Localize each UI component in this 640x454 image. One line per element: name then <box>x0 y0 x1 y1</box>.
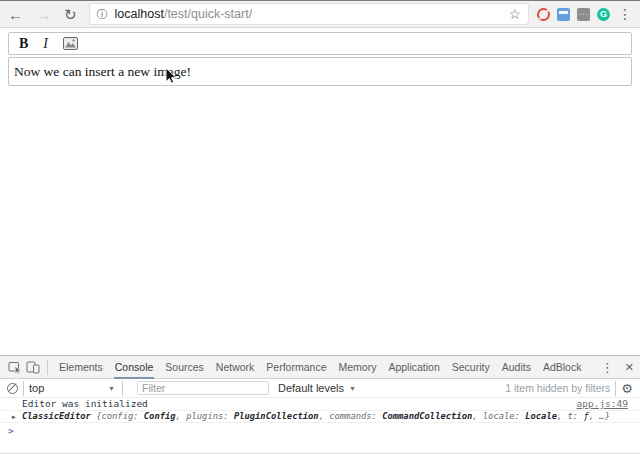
device-toolbar-icon[interactable] <box>24 358 42 376</box>
console-preview-token: ClassicEditor <box>22 411 96 421</box>
extensions-area: ··· G <box>537 8 610 21</box>
tabbar-separator <box>47 360 48 375</box>
browser-menu-icon[interactable]: ⋮ <box>618 6 632 22</box>
devtools-close-icon[interactable]: ✕ <box>625 361 634 374</box>
console-filter-input[interactable] <box>137 381 269 395</box>
browser-window: ← → ↻ ⓘ localhost/test/quick-start/ ☆ ··… <box>0 0 640 454</box>
forward-icon[interactable]: → <box>36 7 51 22</box>
devtools-window-controls: ⋮ ✕ <box>601 360 634 375</box>
editor-content[interactable]: Now we can insert a new image! <box>8 57 632 86</box>
console-preview-token: , <box>176 411 187 421</box>
devtools-panel: Elements Console Sources Network Perform… <box>0 355 640 454</box>
tab-application[interactable]: Application <box>382 356 445 379</box>
back-icon[interactable]: ← <box>8 7 23 22</box>
tab-console[interactable]: Console <box>109 356 160 379</box>
console-toolbar-separator <box>122 381 123 396</box>
grammarly-icon[interactable]: G <box>597 8 610 21</box>
tab-memory[interactable]: Memory <box>332 356 382 379</box>
devtools-tabbar: Elements Console Sources Network Perform… <box>0 356 640 379</box>
console-preview-token: t: <box>568 411 584 421</box>
page-info-icon[interactable]: ⓘ <box>97 7 108 22</box>
expand-triangle-icon[interactable]: ▶ <box>12 413 16 421</box>
console-preview-token: , <box>557 411 568 421</box>
tab-security[interactable]: Security <box>446 356 496 379</box>
console-preview-token: plugins: <box>186 411 234 421</box>
chevron-down-icon: ▼ <box>108 385 115 392</box>
italic-button[interactable]: I <box>40 35 51 53</box>
console-preview-token: Locale <box>525 411 557 421</box>
image-icon <box>63 37 78 50</box>
chevron-down-icon: ▼ <box>349 385 356 392</box>
object-preview: ClassicEditor {config: Config, plugins: … <box>22 411 610 421</box>
console-toolbar: top ▼ Default levels ▼ 1 item hidden by … <box>0 379 640 398</box>
hidden-items-note: 1 item hidden by filters <box>505 382 610 394</box>
extension-blue-icon[interactable] <box>557 8 570 21</box>
console-prompt[interactable]: > <box>0 423 640 437</box>
console-toolbar-separator <box>23 381 24 396</box>
console-preview-token: PluginCollection <box>234 411 319 421</box>
levels-label: Default levels <box>278 382 344 394</box>
prompt-chevron-icon: > <box>8 425 14 436</box>
console-preview-token: Config <box>144 411 176 421</box>
address-bar[interactable]: ⓘ localhost/test/quick-start/ ☆ <box>90 4 528 24</box>
execution-context-selector[interactable]: top ▼ <box>29 382 117 394</box>
url-host: localhost <box>115 7 164 21</box>
console-preview-token: CommandCollection <box>382 411 472 421</box>
insert-image-button[interactable] <box>60 35 81 53</box>
clear-console-icon[interactable] <box>7 383 18 394</box>
context-label: top <box>29 382 44 394</box>
browser-toolbar: ← → ↻ ⓘ localhost/test/quick-start/ ☆ ··… <box>0 1 640 28</box>
console-preview-token: , …} <box>589 411 610 421</box>
inspect-element-icon[interactable] <box>6 358 24 376</box>
console-preview-token: , <box>319 411 330 421</box>
url-text: localhost/test/quick-start/ <box>115 7 253 21</box>
tab-audits[interactable]: Audits <box>496 356 537 379</box>
mouse-cursor-icon <box>165 67 177 84</box>
console-message-text: Editor was initialized <box>22 398 148 409</box>
log-levels-selector[interactable]: Default levels ▼ <box>278 382 356 394</box>
tab-performance[interactable]: Performance <box>260 356 332 379</box>
extension-gray-icon[interactable]: ··· <box>577 8 590 21</box>
console-preview-token: config: <box>101 411 143 421</box>
editor-toolbar: B I <box>8 32 632 55</box>
tab-elements[interactable]: Elements <box>53 356 109 379</box>
console-message-row: Editor was initialized app.js:49 <box>0 398 640 411</box>
extension-red-icon[interactable] <box>537 8 550 21</box>
console-toolbar-separator <box>615 381 616 396</box>
console-object-row: ▶ ClassicEditor {config: Config, plugins… <box>0 411 640 423</box>
console-preview-token: locale: <box>483 411 525 421</box>
tab-network[interactable]: Network <box>210 356 261 379</box>
console-messages: Editor was initialized app.js:49 ▶ Class… <box>0 398 640 437</box>
tab-adblock[interactable]: AdBlock <box>537 356 588 379</box>
devtools-more-icon[interactable]: ⋮ <box>601 360 614 375</box>
source-location-link[interactable]: app.js:49 <box>577 398 628 409</box>
window-top-edge <box>0 0 640 1</box>
tab-sources[interactable]: Sources <box>159 356 210 379</box>
console-preview-token: commands: <box>329 411 382 421</box>
bookmark-star-icon[interactable]: ☆ <box>508 7 521 21</box>
url-path: /test/quick-start/ <box>164 7 252 21</box>
reload-icon[interactable]: ↻ <box>64 7 77 22</box>
bold-button[interactable]: B <box>16 35 31 53</box>
console-preview-token: , <box>472 411 483 421</box>
console-settings-gear-icon[interactable]: ⚙ <box>621 382 633 395</box>
